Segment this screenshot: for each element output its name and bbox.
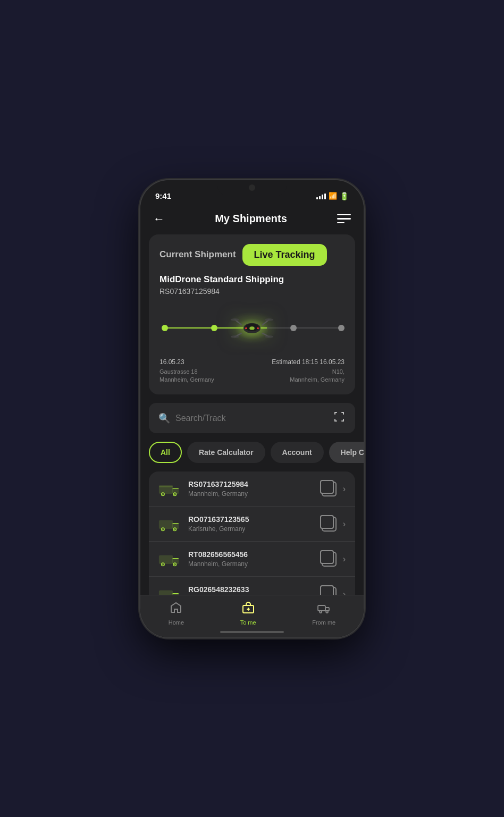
track-dot-2 — [211, 325, 217, 331]
filter-help-center[interactable]: Help Center — [329, 442, 364, 463]
signal-bar-2 — [319, 196, 321, 199]
from-address-2: Mannheim, Germany — [159, 376, 214, 384]
ship-info-to: Estimated 18:15 16.05.23 N10, Mannheim, … — [272, 358, 345, 384]
shipment-list: RS071637125984 Mannheim, Germany › — [149, 471, 355, 611]
item-location-3: Mannheim, Germany — [188, 560, 322, 568]
copy-btn-3[interactable] — [322, 552, 337, 567]
menu-line-3 — [337, 222, 345, 224]
page-title: My Shipments — [215, 213, 287, 225]
phone-frame: 9:41 📶 🔋 ← My Shipments — [140, 180, 364, 637]
nav-home-label: Home — [169, 619, 184, 626]
item-info-1: RS071637125984 Mannheim, Germany — [188, 480, 322, 498]
filter-account[interactable]: Account — [271, 442, 324, 463]
track-dot-1 — [162, 325, 168, 331]
svg-point-36 — [174, 529, 175, 530]
item-id-4: RG026548232633 — [188, 585, 322, 594]
svg-point-43 — [174, 564, 175, 565]
svg-point-42 — [162, 564, 163, 565]
battery-icon: 🔋 — [340, 192, 349, 200]
svg-rect-30 — [159, 520, 172, 528]
signal-bar-3 — [322, 195, 323, 199]
scan-svg — [333, 410, 346, 423]
to-address-1: N10, — [332, 368, 345, 376]
shipment-card: Current Shipment Live Tracking MidDrone … — [149, 234, 355, 395]
filter-all[interactable]: All — [149, 442, 182, 463]
shipment-item-2[interactable]: RO071637123565 Karlsruhe, Germany › — [149, 507, 355, 542]
chevron-1[interactable]: › — [343, 484, 346, 494]
header: ← My Shipments — [140, 206, 364, 234]
copy-btn-2[interactable] — [322, 517, 337, 532]
search-icon: 🔍 — [158, 412, 170, 424]
svg-point-35 — [162, 529, 163, 530]
menu-button[interactable] — [337, 214, 351, 224]
from-date: 16.05.23 — [159, 358, 214, 366]
front-camera — [249, 184, 255, 191]
status-icons: 📶 🔋 — [316, 192, 349, 200]
shipment-item-3[interactable]: RT082656565456 Mannheim, Germany › — [149, 542, 355, 577]
card-tabs: Current Shipment Live Tracking — [159, 244, 345, 266]
drone-image — [231, 312, 273, 344]
svg-rect-17 — [343, 412, 344, 415]
tab-live-tracking[interactable]: Live Tracking — [242, 244, 327, 266]
tab-current-shipment[interactable]: Current Shipment — [159, 249, 236, 260]
item-location-2: Karlsruhe, Germany — [188, 525, 322, 533]
main-content: ← My Shipments Current Shipment Live Tra… — [140, 206, 364, 637]
chevron-3[interactable]: › — [343, 554, 346, 564]
svg-point-11 — [249, 326, 255, 330]
item-id-1: RS071637125984 — [188, 480, 322, 488]
shipment-id: RS071637125984 — [159, 287, 345, 296]
to-address-2: Mannheim, Germany — [290, 376, 345, 384]
svg-point-5 — [231, 318, 239, 321]
svg-rect-19 — [334, 419, 335, 422]
to-label-time: Estimated 18:15 16.05.23 — [272, 358, 345, 366]
svg-rect-22 — [159, 485, 172, 493]
item-actions-1: › — [322, 482, 346, 496]
filter-tabs: All Rate Calculator Account Help Center — [140, 442, 364, 471]
signal-bars — [316, 193, 326, 199]
notch — [217, 180, 287, 196]
filter-rate-calculator[interactable]: Rate Calculator — [187, 442, 265, 463]
signal-bar-1 — [316, 197, 318, 199]
nav-fromme[interactable]: From me — [312, 601, 335, 626]
search-input[interactable] — [175, 414, 327, 423]
chevron-2[interactable]: › — [343, 519, 346, 529]
drone-container — [228, 309, 276, 347]
item-id-3: RT082656565456 — [188, 550, 322, 559]
svg-rect-21 — [343, 419, 344, 422]
svg-rect-37 — [159, 555, 172, 563]
svg-point-6 — [265, 318, 273, 321]
ship-info-from: 16.05.23 Gaustrasse 18 Mannheim, Germany — [159, 358, 214, 384]
nav-tome[interactable]: To me — [240, 601, 256, 626]
home-icon — [170, 601, 182, 617]
nav-fromme-label: From me — [312, 619, 335, 626]
menu-line-1 — [337, 214, 351, 216]
drone-track — [157, 304, 347, 352]
menu-line-2 — [337, 218, 351, 220]
svg-point-28 — [174, 494, 175, 495]
shipment-item-1[interactable]: RS071637125984 Mannheim, Germany › — [149, 471, 355, 507]
truck-icon-2 — [158, 516, 181, 532]
ship-info: 16.05.23 Gaustrasse 18 Mannheim, Germany… — [159, 358, 345, 384]
item-actions-2: › — [322, 517, 346, 532]
back-button[interactable]: ← — [153, 212, 165, 226]
from-address-1: Gaustrasse 18 — [159, 368, 214, 376]
svg-point-57 — [320, 611, 322, 613]
scan-icon[interactable] — [333, 410, 346, 426]
item-id-2: RO071637123565 — [188, 515, 322, 524]
track-dot-4 — [338, 325, 345, 331]
fromme-icon — [317, 601, 330, 617]
svg-point-27 — [162, 494, 163, 495]
nav-home[interactable]: Home — [169, 601, 184, 626]
item-location-1: Mannheim, Germany — [188, 490, 322, 498]
shipment-name: MidDrone Standard Shipping — [159, 274, 345, 285]
svg-rect-54 — [318, 605, 325, 611]
home-indicator — [220, 631, 284, 633]
search-bar[interactable]: 🔍 — [149, 403, 355, 433]
signal-bar-4 — [324, 193, 326, 199]
svg-rect-55 — [325, 608, 329, 611]
copy-btn-1[interactable] — [322, 482, 337, 496]
item-actions-3: › — [322, 552, 346, 567]
truck-icon-1 — [158, 481, 181, 497]
svg-point-13 — [257, 327, 259, 329]
svg-rect-15 — [334, 412, 335, 415]
